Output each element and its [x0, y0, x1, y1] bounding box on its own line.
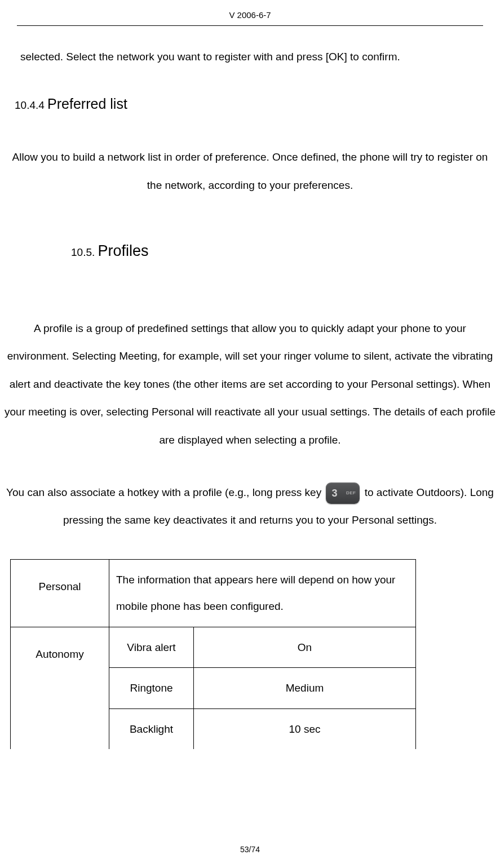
- key-3-def-icon: [326, 482, 360, 504]
- profiles-paragraph: A profile is a group of predefined setti…: [5, 315, 495, 454]
- setting-name-cell: Vibra alert: [109, 627, 194, 668]
- page-header: V 2006-6-7: [17, 10, 483, 26]
- section-number: 10.5.: [71, 246, 95, 258]
- subsection-heading: 10.4.4 Preferred list: [15, 87, 495, 121]
- hotkey-text-before: You can also associate a hotkey with a p…: [6, 486, 324, 498]
- top-paragraph: selected. Select the network you want to…: [20, 48, 480, 65]
- setting-name-cell: Backlight: [109, 708, 194, 749]
- subsection-number: 10.4.4: [15, 99, 45, 111]
- table-row: Autonomy Vibra alert On: [11, 627, 416, 668]
- preferred-paragraph: Allow you to build a network list in ord…: [5, 143, 495, 199]
- setting-value-cell: On: [194, 627, 416, 668]
- hotkey-paragraph: You can also associate a hotkey with a p…: [5, 479, 495, 534]
- section-heading: 10.5. Profiles: [71, 233, 495, 269]
- content-area: selected. Select the network you want to…: [0, 48, 500, 828]
- subsection-title: Preferred list: [47, 96, 127, 112]
- setting-name-cell: Ringtone: [109, 668, 194, 709]
- table-row: Personal The information that appears he…: [11, 559, 416, 627]
- setting-value-cell: 10 sec: [194, 708, 416, 749]
- page-footer: 53/74: [0, 828, 500, 854]
- setting-value-cell: Medium: [194, 668, 416, 709]
- profile-name-cell: Personal: [11, 559, 109, 627]
- section-title: Profiles: [98, 242, 149, 259]
- profile-description-cell: The information that appears here will d…: [109, 559, 416, 627]
- profiles-table: Personal The information that appears he…: [10, 559, 416, 750]
- profile-name-cell: Autonomy: [11, 627, 109, 749]
- page-container: V 2006-6-7 selected. Select the network …: [0, 0, 500, 868]
- version-label: V 2006-6-7: [229, 10, 271, 20]
- page-number: 53/74: [240, 845, 260, 854]
